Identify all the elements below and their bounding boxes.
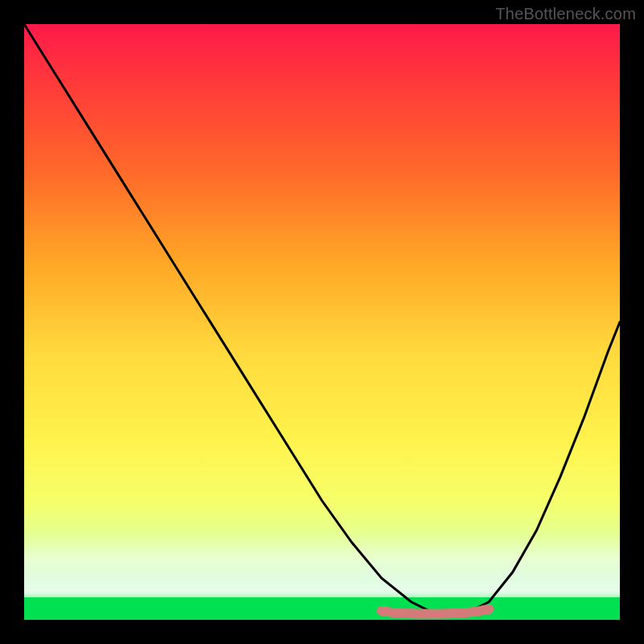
plot-area bbox=[24, 24, 620, 620]
bottleneck-curve bbox=[24, 24, 620, 614]
highlight-band bbox=[382, 609, 489, 614]
curve-layer bbox=[24, 24, 620, 620]
highlight-end-dot bbox=[484, 605, 493, 614]
chart-frame: TheBottleneck.com bbox=[0, 0, 644, 644]
watermark-text: TheBottleneck.com bbox=[495, 5, 636, 23]
